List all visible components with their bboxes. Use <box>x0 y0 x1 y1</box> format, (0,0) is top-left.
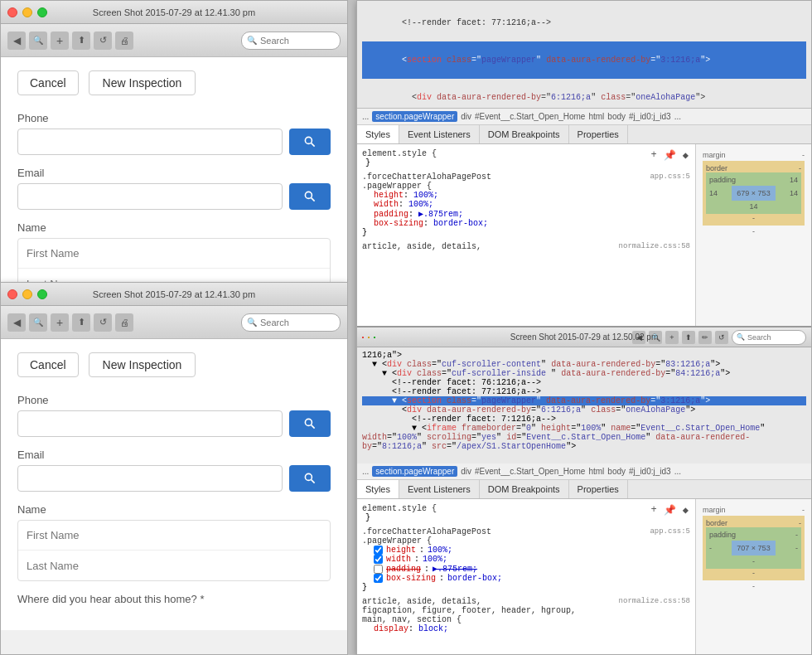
email-input-top[interactable] <box>17 183 283 210</box>
breadcrumb-html-bottom[interactable]: html <box>588 467 604 476</box>
bt-code-7: <div data-aura-rendered-by="6:1216;a" cl… <box>362 405 806 415</box>
search-input-bottom[interactable] <box>260 318 335 328</box>
dt-toolbar-icon-3[interactable]: + <box>665 331 679 344</box>
first-name-input-bottom[interactable] <box>27 529 321 541</box>
dt-toolbar-icon-4[interactable]: ⬆ <box>682 331 695 344</box>
tab-styles-bottom[interactable]: Styles <box>357 480 399 498</box>
cancel-button-top[interactable]: Cancel <box>17 70 79 95</box>
add-rule-icon-bottom[interactable]: + <box>650 504 659 517</box>
margin-label-top: margin <box>703 151 726 159</box>
maximize-button-dt[interactable] <box>374 337 375 338</box>
breadcrumb-section-pw-bottom[interactable]: section.pageWrapper <box>372 466 457 477</box>
breadcrumb-event-bottom[interactable]: #Event__c.Start_Open_Home <box>475 467 585 476</box>
last-name-input-bottom[interactable] <box>27 560 321 572</box>
padding-value-bottom: - <box>795 531 798 539</box>
dt-search-box[interactable]: 🔍 <box>732 330 806 345</box>
dt-toolbar-icon-6[interactable]: ↺ <box>715 331 728 344</box>
minimize-button-top[interactable] <box>22 7 32 17</box>
tab-properties-bottom[interactable]: Properties <box>569 480 628 498</box>
first-name-input-top[interactable] <box>27 247 321 260</box>
breadcrumb-body[interactable]: body <box>607 112 626 121</box>
breadcrumb-div[interactable]: div <box>461 112 471 121</box>
phone-label-bottom: Phone <box>17 394 331 406</box>
magnify-icon[interactable]: 🔍 <box>29 32 47 50</box>
css-prop-width: width: 100%; <box>362 200 690 209</box>
phone-search-button-top[interactable] <box>289 129 331 155</box>
breadcrumb-ellipsis-top[interactable]: ... <box>362 112 369 121</box>
devtools-tabs-top: Styles Event Listeners DOM Breakpoints P… <box>357 125 811 144</box>
filter-icon[interactable]: ◆ <box>681 149 690 162</box>
minimize-button-bottom[interactable] <box>22 289 32 299</box>
maximize-button-top[interactable] <box>37 7 47 17</box>
search-input-top[interactable] <box>260 36 335 46</box>
pin-icon-bottom[interactable]: 📌 <box>662 504 678 517</box>
back-icon-b[interactable]: ◀ <box>7 313 26 332</box>
toolbar-top: ◀ 🔍 + ⬆ ↺ 🖨 🔍 <box>1 24 347 57</box>
breadcrumb-jid[interactable]: #j_id0:j_id3 <box>629 112 671 121</box>
breadcrumb-body-bottom[interactable]: body <box>607 467 626 476</box>
breadcrumb-section-pagewrapper[interactable]: section.pageWrapper <box>372 111 457 122</box>
print-icon[interactable]: 🖨 <box>115 32 133 50</box>
breadcrumb-jid-bottom[interactable]: #j_id0:j_id3 <box>629 467 671 476</box>
tab-properties[interactable]: Properties <box>569 125 628 143</box>
share-icon[interactable]: ⬆ <box>72 32 90 50</box>
rotate-icon-b[interactable]: ↺ <box>94 313 112 332</box>
search-box-bottom[interactable]: 🔍 <box>241 313 341 332</box>
breadcrumb-end[interactable]: ... <box>674 112 681 121</box>
cancel-button-bottom[interactable]: Cancel <box>17 352 79 377</box>
share-icon-b[interactable]: ⬆ <box>72 313 90 332</box>
back-icon[interactable]: ◀ <box>7 32 26 50</box>
magnify-icon-b[interactable]: 🔍 <box>29 313 47 332</box>
dt-toolbar-icon-5[interactable]: ✏ <box>698 331 712 344</box>
padding-right-bottom: - <box>795 544 798 552</box>
breadcrumb-ellipsis-bottom[interactable]: ... <box>362 467 369 476</box>
breadcrumb-html[interactable]: html <box>588 112 604 121</box>
search-box-top[interactable]: 🔍 <box>241 32 341 50</box>
breadcrumb-div-bottom[interactable]: div <box>461 467 471 476</box>
phone-input-top[interactable] <box>17 129 283 155</box>
css-source-1[interactable]: app.css:5 <box>650 172 690 181</box>
svg-point-6 <box>305 473 312 480</box>
css-source-2b[interactable]: normalize.css:58 <box>619 597 690 605</box>
checkbox-padding[interactable] <box>374 565 383 574</box>
css-source-2[interactable]: normalize.css:58 <box>619 242 690 250</box>
close-button-bottom[interactable] <box>7 289 17 299</box>
email-input-bottom[interactable] <box>17 465 283 492</box>
css-prop-padding-bottom: padding: ▶.875rem; <box>362 564 690 574</box>
zoom-in-icon[interactable]: + <box>51 32 69 50</box>
search-icon-email-bottom <box>303 472 317 485</box>
checkbox-width[interactable] <box>374 555 383 564</box>
email-search-button-bottom[interactable] <box>289 465 331 492</box>
minimize-button-dt[interactable] <box>368 337 370 338</box>
new-inspection-button-bottom[interactable]: New Inspection <box>89 352 196 377</box>
email-search-button-top[interactable] <box>289 183 331 210</box>
rotate-icon[interactable]: ↺ <box>94 32 112 50</box>
new-inspection-button-top[interactable]: New Inspection <box>89 70 196 95</box>
dt-search-input[interactable] <box>747 333 801 342</box>
close-button-top[interactable] <box>7 7 17 17</box>
dt-window-title: Screen Shot 2015-07-29 at 12.50.02 pm <box>510 332 658 342</box>
css-prop-display-bottom: display: block; <box>362 624 690 633</box>
tab-event-listeners-bottom[interactable]: Event Listeners <box>399 480 480 498</box>
breadcrumb-end-bottom[interactable]: ... <box>674 467 681 476</box>
add-rule-icon[interactable]: + <box>650 149 659 162</box>
maximize-button-bottom[interactable] <box>37 289 47 299</box>
print-icon-b[interactable]: 🖨 <box>115 313 133 332</box>
phone-label-top: Phone <box>17 112 331 124</box>
checkbox-boxsizing[interactable] <box>374 574 383 583</box>
phone-input-bottom[interactable] <box>17 410 283 437</box>
pin-icon[interactable]: 📌 <box>662 149 678 162</box>
zoom-in-icon-b[interactable]: + <box>51 313 69 332</box>
tab-dom-breakpoints[interactable]: DOM Breakpoints <box>480 125 569 143</box>
breadcrumb-event[interactable]: #Event__c.Start_Open_Home <box>475 112 585 121</box>
checkbox-height[interactable] <box>374 546 383 555</box>
filter-icon-bottom[interactable]: ◆ <box>681 504 690 517</box>
padding-value-top: 14 <box>790 176 798 184</box>
tab-event-listeners[interactable]: Event Listeners <box>399 125 480 143</box>
phone-search-button-bottom[interactable] <box>289 410 331 437</box>
css-source-1b[interactable]: app.css:5 <box>650 527 690 536</box>
margin-dash-top: - <box>802 151 805 159</box>
tab-dom-breakpoints-bottom[interactable]: DOM Breakpoints <box>480 480 569 498</box>
tab-styles[interactable]: Styles <box>357 125 399 143</box>
close-button-dt[interactable] <box>362 337 364 338</box>
